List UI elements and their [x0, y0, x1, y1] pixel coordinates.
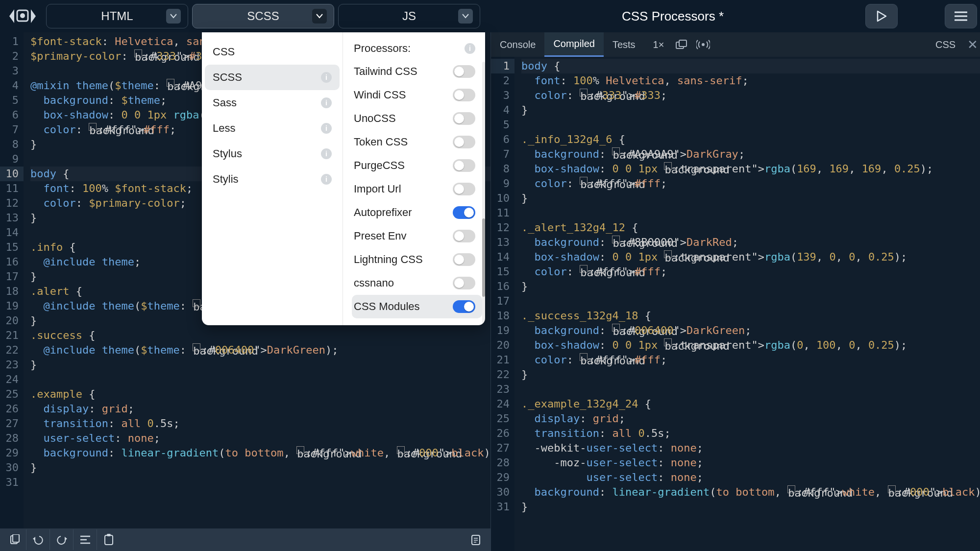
copy-icon: [9, 534, 20, 545]
processor-lightning-css[interactable]: Lightning CSS: [354, 248, 480, 271]
chevron-down-icon: [170, 14, 177, 19]
language-option-stylis[interactable]: Stylisi: [202, 167, 343, 192]
info-icon[interactable]: i: [321, 148, 332, 159]
redo-button[interactable]: [50, 529, 74, 550]
output-tabbar: Console Compiled Tests 1× CSS ✕: [491, 32, 980, 57]
svg-point-1: [20, 13, 25, 18]
undo-icon: [33, 534, 44, 545]
editor-toolbar: [0, 528, 490, 551]
dropdown-scrollbar[interactable]: [482, 62, 485, 325]
language-processor-dropdown: CSSSCSSiSassiLessiStylusiStylisi Process…: [202, 32, 485, 325]
output-copy-icon: [470, 534, 481, 546]
toggle-autoprefixer[interactable]: [453, 206, 475, 219]
project-title: CSS Processors *: [484, 9, 861, 24]
processor-tailwind-css[interactable]: Tailwind CSS: [354, 60, 480, 83]
tab-html-dropdown[interactable]: [166, 9, 181, 24]
tab-html[interactable]: HTML: [46, 4, 188, 28]
tab-console[interactable]: Console: [491, 32, 544, 57]
info-icon[interactable]: i: [465, 43, 475, 54]
info-icon[interactable]: i: [321, 97, 332, 108]
undo-button[interactable]: [26, 529, 50, 550]
processor-import-url[interactable]: Import Url: [354, 177, 480, 201]
tab-js[interactable]: JS: [338, 4, 480, 28]
language-option-stylus[interactable]: Stylusi: [202, 141, 343, 167]
external-window-button[interactable]: [676, 40, 687, 49]
menu-button[interactable]: [945, 4, 977, 28]
toggle-preset-env[interactable]: [453, 230, 475, 242]
format-button[interactable]: [74, 529, 97, 550]
copy-button[interactable]: [3, 529, 26, 550]
tab-label: SCSS: [247, 9, 279, 23]
output-copy-button[interactable]: [464, 529, 488, 550]
paste-button[interactable]: [97, 529, 121, 550]
toggle-unocss[interactable]: [453, 112, 475, 125]
tab-tests[interactable]: Tests: [604, 32, 644, 57]
processor-preset-env[interactable]: Preset Env: [354, 224, 480, 248]
broadcast-button[interactable]: [696, 40, 710, 49]
toggle-purgecss[interactable]: [453, 159, 475, 172]
processor-windi-css[interactable]: Windi CSS: [354, 83, 480, 107]
info-icon[interactable]: i: [321, 72, 332, 83]
tab-label: HTML: [101, 9, 133, 23]
svg-point-9: [702, 43, 705, 46]
toggle-token-css[interactable]: [453, 136, 475, 148]
toggle-cssnano[interactable]: [453, 277, 475, 289]
language-option-css[interactable]: CSS: [202, 39, 343, 65]
redo-icon: [56, 534, 67, 545]
tab-label: JS: [402, 9, 416, 23]
toggle-windi-css[interactable]: [453, 89, 475, 101]
format-icon: [80, 535, 91, 544]
svg-rect-8: [679, 40, 686, 47]
processor-autoprefixer[interactable]: Autoprefixer: [354, 201, 480, 224]
tab-scss-dropdown[interactable]: [312, 9, 327, 24]
tab-js-dropdown[interactable]: [458, 9, 473, 24]
processor-purgecss[interactable]: PurgeCSS: [354, 154, 480, 177]
toggle-lightning-css[interactable]: [453, 253, 475, 266]
chevron-down-icon: [462, 14, 469, 19]
language-option-less[interactable]: Lessi: [202, 116, 343, 141]
tab-zoom[interactable]: 1×: [644, 32, 673, 57]
svg-rect-3: [13, 534, 19, 542]
processor-unocss[interactable]: UnoCSS: [354, 107, 480, 130]
language-option-sass[interactable]: Sassi: [202, 90, 343, 116]
language-option-scss[interactable]: SCSSi: [205, 65, 340, 90]
output-language-badge: CSS: [929, 39, 962, 50]
processor-css-modules[interactable]: CSS Modules: [352, 295, 482, 318]
close-output-button[interactable]: ✕: [962, 37, 980, 52]
toggle-import-url[interactable]: [453, 183, 475, 195]
run-icon: [876, 10, 887, 22]
svg-rect-4: [105, 535, 113, 545]
info-icon[interactable]: i: [321, 174, 332, 185]
menu-icon: [955, 11, 967, 21]
svg-rect-5: [107, 534, 111, 536]
broadcast-icon: [696, 40, 710, 49]
processor-token-css[interactable]: Token CSS: [354, 130, 480, 154]
toggle-tailwind-css[interactable]: [453, 65, 475, 78]
external-window-icon: [676, 40, 687, 49]
tab-compiled[interactable]: Compiled: [544, 32, 603, 57]
app-logo[interactable]: [3, 4, 42, 28]
processors-heading: Processors:: [354, 42, 411, 55]
toggle-css-modules[interactable]: [453, 300, 475, 313]
compiled-output-editor[interactable]: 1234567891011121314151617181920212223242…: [491, 57, 980, 551]
chevron-down-icon: [316, 14, 323, 19]
tab-scss[interactable]: SCSS: [192, 4, 334, 28]
info-icon[interactable]: i: [321, 123, 332, 134]
processor-cssnano[interactable]: cssnano: [354, 271, 480, 295]
run-button[interactable]: [865, 4, 898, 28]
paste-icon: [103, 534, 114, 546]
